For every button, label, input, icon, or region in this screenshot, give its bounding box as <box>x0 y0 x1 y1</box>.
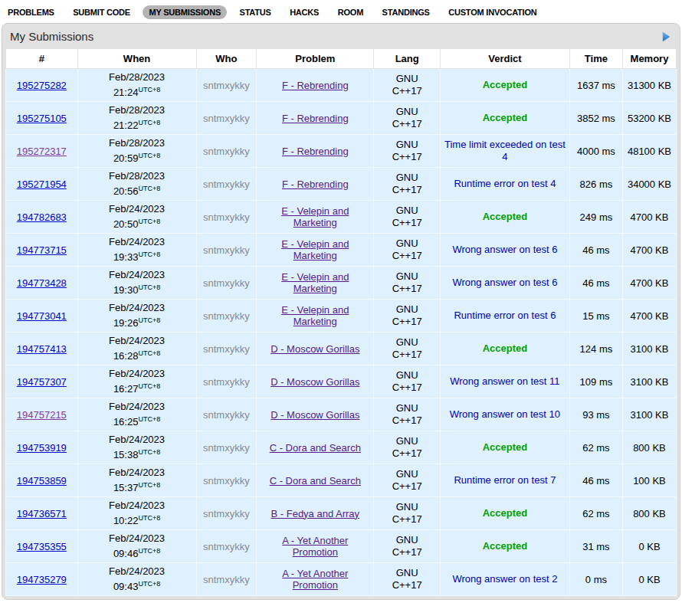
submission-id-link[interactable]: 194735279 <box>17 574 67 585</box>
memory-value: 31300 KB <box>628 80 671 91</box>
verdict-text[interactable]: Accepted <box>483 441 528 454</box>
submission-time: 16:28UTC+8 <box>81 347 193 362</box>
submission-id-link[interactable]: 194757215 <box>17 409 67 421</box>
problem-link[interactable]: E - Velepin and Marketing <box>261 304 369 327</box>
lang-cell: GNU C++17 <box>374 168 441 201</box>
collapse-panel-button[interactable] <box>661 31 672 42</box>
submission-id-cell: 194757413 <box>6 333 78 365</box>
lang-cell: GNU C++17 <box>374 333 441 365</box>
language-label: GNU C++17 <box>387 205 427 229</box>
problem-cell: E - Velepin and Marketing <box>257 201 374 234</box>
problem-link[interactable]: A - Yet Another Promotion <box>261 568 369 591</box>
problem-link[interactable]: B - Fedya and Array <box>271 508 359 519</box>
submitter-handle: sntmxykky <box>203 343 250 355</box>
problem-link[interactable]: E - Velepin and Marketing <box>261 205 369 228</box>
submission-id-link[interactable]: 194735355 <box>17 541 67 552</box>
verdict-text[interactable]: Runtime error on test 6 <box>454 310 556 322</box>
problem-link[interactable]: F - Rebrending <box>282 179 349 190</box>
submission-row: 195271954 Feb/28/2023 20:56UTC+8 sntmxyk… <box>6 168 677 201</box>
submission-time: 09:43UTC+8 <box>81 578 193 593</box>
submission-id-link[interactable]: 194773428 <box>17 277 67 289</box>
lang-cell: GNU C++17 <box>374 530 441 563</box>
submission-id-link[interactable]: 194773715 <box>17 244 67 256</box>
runtime-value: 93 ms <box>582 409 609 421</box>
lang-cell: GNU C++17 <box>374 431 441 464</box>
who-cell: sntmxykky <box>196 234 257 267</box>
memory-cell: 100 KB <box>622 464 676 497</box>
runtime-value: 1637 ms <box>577 80 615 91</box>
problem-link[interactable]: F - Rebrending <box>282 113 349 124</box>
lang-cell: GNU C++17 <box>374 69 441 102</box>
submission-id-link[interactable]: 195271954 <box>17 179 67 190</box>
problem-cell: E - Velepin and Marketing <box>257 234 374 267</box>
problem-link[interactable]: F - Rebrending <box>282 80 349 91</box>
tab-hacks[interactable]: HACKS <box>284 5 325 19</box>
verdict-text[interactable]: Wrong answer on test 6 <box>452 244 557 256</box>
submission-id-link[interactable]: 195275282 <box>17 80 67 91</box>
lang-cell: GNU C++17 <box>374 234 441 267</box>
submitter-handle: sntmxykky <box>203 211 250 223</box>
memory-cell: 3100 KB <box>622 333 676 365</box>
submission-id-link[interactable]: 194757413 <box>17 343 67 355</box>
language-label: GNU C++17 <box>387 336 427 361</box>
problem-link[interactable]: C - Dora and Search <box>270 475 361 487</box>
memory-cell: 800 KB <box>622 431 676 464</box>
time-cell: 31 ms <box>569 530 622 563</box>
memory-cell: 4700 KB <box>622 267 676 300</box>
verdict-text[interactable]: Wrong answer on test 10 <box>450 408 560 421</box>
problem-link[interactable]: E - Velepin and Marketing <box>261 271 369 294</box>
submissions-tbody: 195275282 Feb/28/2023 21:24UTC+8 sntmxyk… <box>6 69 677 596</box>
problem-link[interactable]: F - Rebrending <box>282 146 349 157</box>
language-label: GNU C++17 <box>387 172 427 196</box>
verdict-text[interactable]: Runtime error on test 4 <box>454 178 556 190</box>
tab-problems[interactable]: PROBLEMS <box>2 5 61 19</box>
submission-id-link[interactable]: 194753859 <box>17 475 67 487</box>
verdict-text[interactable]: Accepted <box>483 507 528 519</box>
verdict-text[interactable]: Wrong answer on test 6 <box>452 277 557 289</box>
tab-room[interactable]: ROOM <box>332 5 369 19</box>
verdict-cell: Wrong answer on test 2 <box>440 563 569 596</box>
problem-link[interactable]: E - Velepin and Marketing <box>261 238 369 261</box>
verdict-text[interactable]: Runtime error on test 7 <box>454 474 556 487</box>
problem-link[interactable]: A - Yet Another Promotion <box>261 535 369 558</box>
verdict-text[interactable]: Time limit exceeded on test 4 <box>444 139 566 163</box>
verdict-text[interactable]: Accepted <box>483 79 528 91</box>
time-cell: 1637 ms <box>569 69 622 102</box>
submission-id-cell: 194735355 <box>6 530 78 563</box>
tab-status[interactable]: STATUS <box>234 5 277 19</box>
problem-link[interactable]: D - Moscow Gorillas <box>271 343 359 355</box>
tab-custom-invocation[interactable]: CUSTOM INVOCATION <box>442 5 543 19</box>
submission-row: 194736571 Feb/24/2023 10:22UTC+8 sntmxyk… <box>6 497 677 530</box>
tab-standings[interactable]: STANDINGS <box>376 5 436 19</box>
submission-date: Feb/24/2023 <box>81 368 193 380</box>
submission-time: 09:46UTC+8 <box>81 545 193 560</box>
tab-my-submissions[interactable]: MY SUBMISSIONS <box>143 5 227 19</box>
verdict-text[interactable]: Accepted <box>483 112 528 124</box>
when-cell: Feb/24/2023 09:46UTC+8 <box>77 530 196 563</box>
when-cell: Feb/24/2023 20:50UTC+8 <box>77 201 196 234</box>
verdict-text[interactable]: Wrong answer on test 11 <box>450 375 559 388</box>
submission-id-link[interactable]: 194757307 <box>17 376 67 388</box>
runtime-value: 0 ms <box>585 574 607 585</box>
verdict-text[interactable]: Accepted <box>483 211 528 223</box>
memory-value: 4700 KB <box>631 277 669 289</box>
submission-id-link[interactable]: 194753919 <box>17 442 67 454</box>
submission-id-link[interactable]: 194782683 <box>17 211 67 223</box>
submission-id-link[interactable]: 195272317 <box>17 146 67 157</box>
verdict-text[interactable]: Wrong answer on test 2 <box>452 573 557 585</box>
when-cell: Feb/24/2023 09:43UTC+8 <box>77 563 196 596</box>
submission-id-link[interactable]: 194773041 <box>17 310 67 322</box>
verdict-text[interactable]: Accepted <box>483 342 528 355</box>
tab-submit-code[interactable]: SUBMIT CODE <box>67 5 136 19</box>
lang-cell: GNU C++17 <box>374 102 441 135</box>
when-cell: Feb/28/2023 21:22UTC+8 <box>77 102 196 135</box>
submission-row: 194753859 Feb/24/2023 15:37UTC+8 sntmxyk… <box>6 464 677 497</box>
submission-date: Feb/24/2023 <box>81 302 193 314</box>
problem-link[interactable]: C - Dora and Search <box>270 442 361 454</box>
submission-id-link[interactable]: 194736571 <box>17 508 67 519</box>
problem-link[interactable]: D - Moscow Gorillas <box>271 376 359 388</box>
submission-id-link[interactable]: 195275105 <box>17 113 67 124</box>
verdict-text[interactable]: Accepted <box>483 540 528 552</box>
who-cell: sntmxykky <box>196 563 257 596</box>
problem-link[interactable]: D - Moscow Gorillas <box>271 409 359 421</box>
